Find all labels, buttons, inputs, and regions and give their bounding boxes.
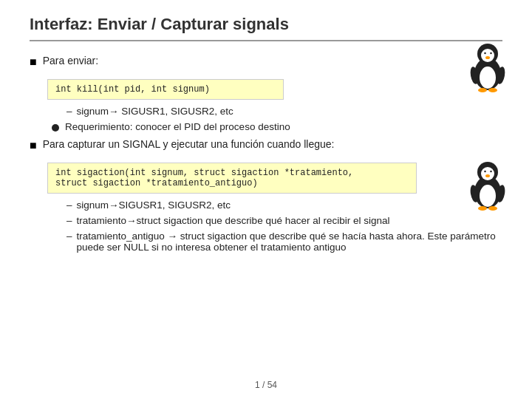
- section2-header: ■ Para capturar un SIGNAL y ejecutar una…: [30, 138, 502, 152]
- svg-point-14: [480, 185, 496, 207]
- dash-1: –: [66, 106, 72, 117]
- section2-sub1-text: signum→SIGUSR1, SIGUSR2, etc: [77, 200, 231, 211]
- svg-point-9: [478, 88, 487, 92]
- section1-circle-1: Requerimiento: conocer el PID del proces…: [52, 121, 502, 132]
- tux-penguin-2: [466, 159, 510, 214]
- svg-point-19: [484, 171, 485, 172]
- svg-point-22: [478, 206, 487, 211]
- code-line-2: struct sigaction *tratamiento_antiguo): [55, 178, 409, 188]
- code-line-1: int sigaction(int signum, struct sigacti…: [55, 168, 409, 178]
- svg-point-7: [490, 52, 491, 54]
- section2-subitem-3: – tratamiento_antiguo → struct sigaction…: [66, 231, 502, 253]
- slide-title: Interfaz: Enviar / Capturar signals: [30, 15, 502, 41]
- section2-label: Para capturar un SIGNAL y ejecutar una f…: [43, 138, 335, 150]
- section1-label: Para enviar:: [43, 55, 98, 66]
- section1-subitem-1-text: signum→ SIGUSR1, SIGUSR2, etc: [77, 106, 233, 117]
- svg-point-23: [488, 206, 497, 211]
- circle-dot-1: [52, 124, 59, 132]
- content-area: ■ Para enviar: int kill(int pid, int sig…: [30, 55, 502, 253]
- section2-subitem-1: – signum→SIGUSR1, SIGUSR2, etc: [66, 200, 502, 211]
- svg-point-6: [484, 52, 485, 54]
- svg-point-3: [481, 49, 494, 62]
- section1-subitem-1: – signum→ SIGUSR1, SIGUSR2, etc: [66, 106, 502, 117]
- section2-sub2-text: tratamiento→struct sigaction que describ…: [77, 215, 390, 226]
- bullet-n-2: ■: [30, 139, 37, 152]
- slide: Interfaz: Enviar / Capturar signals: [0, 0, 532, 399]
- dash-3: –: [66, 215, 72, 226]
- svg-point-10: [488, 88, 497, 92]
- page-number: 1 / 54: [255, 380, 277, 390]
- code-text-1: int kill(int pid, int signum): [55, 84, 210, 95]
- section2-sub3-text: tratamiento_antiguo → struct sigaction q…: [77, 231, 502, 253]
- dash-4: –: [66, 231, 72, 242]
- section1-header: ■ Para enviar:: [30, 55, 502, 69]
- svg-point-21: [485, 174, 490, 177]
- section2-subitem-2: – tratamiento→struct sigaction que descr…: [66, 215, 502, 226]
- code-box-1: int kill(int pid, int signum): [47, 79, 284, 100]
- svg-point-8: [485, 56, 490, 59]
- tux-penguin-1: [466, 41, 510, 97]
- svg-point-1: [480, 66, 496, 89]
- dash-2: –: [66, 200, 72, 211]
- svg-point-16: [481, 167, 494, 180]
- bullet-n-1: ■: [30, 55, 37, 69]
- code-box-2: int sigaction(int signum, struct sigacti…: [47, 163, 417, 194]
- svg-point-20: [490, 171, 491, 172]
- section1-circle-text: Requerimiento: conocer el PID del proces…: [65, 121, 290, 132]
